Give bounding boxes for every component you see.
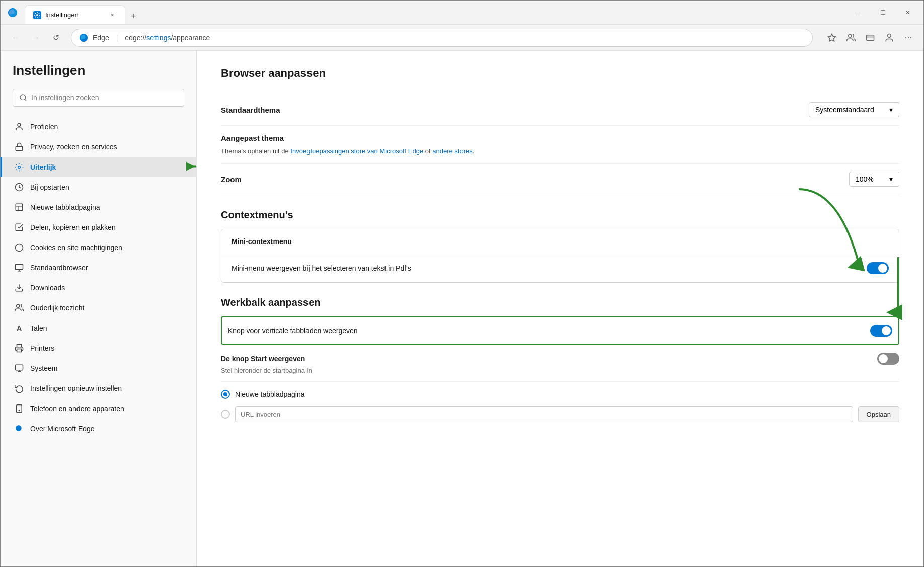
address-protocol: Edge [93,34,109,42]
ouderlijk-icon [14,303,24,313]
svg-point-5 [20,95,26,100]
sidebar-item-cookies[interactable]: Cookies en site machtigingen [1,237,196,258]
nieuwe-tabbladpagina-icon [14,202,24,212]
uiterlijk-icon [14,162,24,172]
sidebar-item-telefoon-label: Telefoon en andere apparaten [30,404,124,413]
zoom-label: Zoom [221,175,242,184]
sidebar-item-opnieuw[interactable]: Instellingen opnieuw instellen [1,378,196,398]
svg-rect-16 [17,349,22,352]
green-arrow-left [186,156,197,178]
cookies-icon [14,242,24,253]
svg-point-15 [17,304,20,307]
more-options-icon[interactable]: ··· [899,29,917,47]
bij-opstarten-icon [14,182,24,192]
contextmenu-header-label: Mini-contextmenu [232,237,292,246]
telefoon-icon [14,403,24,414]
chevron-down-icon: ▾ [889,106,893,114]
edge-logo-icon [79,33,89,43]
systeem-icon [14,363,24,373]
url-input[interactable] [235,406,853,422]
profile-icon[interactable] [880,29,898,47]
svg-rect-3 [867,35,874,40]
aangepast-thema-row: Aangepast thema Thema's ophalen uit de I… [221,126,899,164]
sidebar-item-bij-opstarten[interactable]: Bij opstarten [1,177,196,197]
svg-point-6 [18,123,21,126]
standaardthema-label: Standaardthema [221,106,280,114]
search-input[interactable] [31,94,178,102]
verticale-tabbladen-label: Knop voor verticale tabbladen weergeven [228,327,358,335]
sidebar-item-standaardbrowser[interactable]: Standaardbrowser [1,258,196,278]
opnieuw-icon [14,383,24,393]
sidebar-item-over[interactable]: Over Microsoft Edge [1,419,196,439]
save-button[interactable]: Opslaan [858,406,899,422]
contextmenu-toggle-label: Mini-menu weergeven bij het selecteren v… [232,264,411,272]
radio-item-nieuwe-tabbladpagina[interactable]: Nieuwe tabbladpagina [221,390,899,399]
sidebar-item-talen[interactable]: A Talen [1,318,196,338]
sidebar-item-nieuwe-tabbladpagina[interactable]: Nieuwe tabbladpagina [1,197,196,217]
search-icon [19,94,27,102]
sidebar-item-opnieuw-label: Instellingen opnieuw instellen [30,384,122,392]
sidebar-item-uiterlijk[interactable]: Uiterlijk [1,157,196,177]
radio-nieuwe-tabbladpagina[interactable] [221,390,230,399]
start-knop-row: De knop Start weergeven Stel hieronder d… [221,346,899,382]
svg-rect-11 [16,204,23,211]
svg-rect-17 [16,365,23,370]
standaardthema-row: Standaardthema Systeemstandaard ▾ [221,94,899,126]
radio-item-url[interactable]: Opslaan [221,406,899,422]
sidebar-item-printers[interactable]: Printers [1,338,196,358]
zoom-chevron-icon: ▾ [889,175,893,183]
standaardbrowser-icon [14,263,24,273]
sidebar-item-profielen-label: Profielen [30,123,58,131]
sidebar-item-ouderlijk[interactable]: Ouderlijk toezicht [1,298,196,318]
sidebar-item-cookies-label: Cookies en site machtigingen [30,244,122,252]
andere-stores-link[interactable]: andere stores [432,147,473,155]
sidebar-item-privacy[interactable]: Privacy, zoeken en services [1,137,196,157]
new-tab-button[interactable]: + [125,8,141,24]
settings-tab[interactable]: Instellingen × [25,5,125,24]
verticale-tabbladen-row: Knop voor verticale tabbladen weergeven [221,316,899,345]
standaardthema-dropdown[interactable]: Systeemstandaard ▾ [809,102,899,117]
svg-rect-7 [16,146,23,150]
maximize-button[interactable]: ☐ [871,5,894,21]
back-button[interactable]: ← [7,29,25,47]
settings-search-box[interactable] [13,89,184,107]
radio-url[interactable] [221,410,230,419]
minimize-button[interactable]: ─ [846,5,869,21]
sidebar-item-systeem[interactable]: Systeem [1,358,196,378]
sidebar-item-privacy-label: Privacy, zoeken en services [30,143,117,151]
forward-button[interactable]: → [27,29,45,47]
browser-customize-title: Browser aanpassen [221,67,899,80]
invoeg-link[interactable]: Invoegtoepassingen store van Microsoft E… [290,147,423,155]
collections-icon[interactable] [842,29,860,47]
sidebar-item-delen-label: Delen, kopiëren en plakken [30,223,116,231]
talen-icon: A [14,323,24,333]
favorites-icon[interactable] [823,29,841,47]
svg-point-12 [16,244,23,252]
sidebar-item-over-label: Over Microsoft Edge [30,425,95,433]
standaardthema-value: Systeemstandaard [815,106,874,114]
edge-favicon-icon [8,8,18,18]
aangepast-thema-label: Aangepast thema [221,134,284,142]
address-bar[interactable]: Edge | edge://settings/appearance [71,29,813,47]
close-button[interactable]: ✕ [896,5,919,21]
privacy-icon [14,142,24,152]
refresh-button[interactable]: ↺ [47,29,65,47]
sidebar-item-downloads[interactable]: Downloads [1,278,196,298]
radio-group: Nieuwe tabbladpagina Opslaan [221,382,899,426]
wallet-icon[interactable] [861,29,879,47]
start-knop-toggle[interactable] [877,353,899,365]
sidebar-item-delen[interactable]: Delen, kopiëren en plakken [1,217,196,237]
delen-icon [14,222,24,232]
tab-settings-icon [33,11,41,19]
sidebar-item-printers-label: Printers [30,344,54,352]
profielen-icon [14,122,24,132]
green-arrow-diagonal [789,184,869,286]
svg-marker-1 [828,34,836,41]
sidebar-title: Instellingen [1,63,196,89]
start-knop-sublabel: Stel hieronder de startpagina in [221,367,899,374]
sidebar-item-profielen[interactable]: Profielen [1,117,196,137]
svg-rect-13 [16,264,23,270]
tab-close-button[interactable]: × [108,11,117,20]
start-knop-label: De knop Start weergeven [221,355,305,363]
sidebar-item-telefoon[interactable]: Telefoon en andere apparaten [1,398,196,419]
